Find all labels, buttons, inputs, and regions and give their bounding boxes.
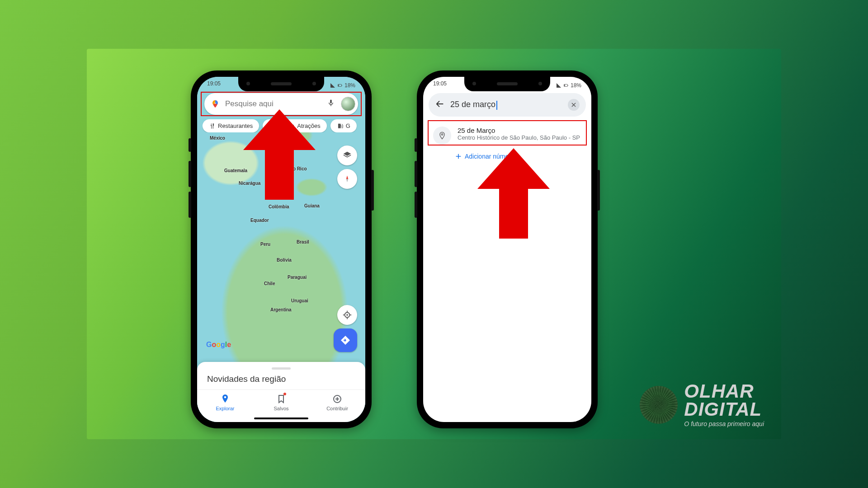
- pin-icon: [220, 394, 231, 404]
- svg-point-13: [224, 396, 226, 399]
- gas-icon: [337, 123, 343, 129]
- map-label: Bolívia: [277, 258, 292, 263]
- compass-icon: [343, 175, 351, 183]
- status-battery: 18%: [344, 82, 355, 89]
- add-number-link[interactable]: Adicionar número: [455, 153, 514, 160]
- tab-label: Contribuir: [326, 406, 348, 411]
- layers-icon: [342, 150, 352, 160]
- svg-rect-18: [567, 85, 568, 86]
- maps-pin-icon: [211, 99, 220, 108]
- plus-icon: [455, 153, 462, 160]
- my-location-button[interactable]: [337, 305, 357, 325]
- map-label: Guiana: [304, 203, 320, 208]
- search-bar[interactable]: Pesquise aqui: [204, 93, 358, 115]
- fork-knife-icon: [209, 123, 215, 129]
- home-indicator: [254, 418, 308, 419]
- brand-logo-icon: [640, 386, 678, 424]
- mic-icon[interactable]: [326, 99, 335, 109]
- side-button: [415, 161, 417, 187]
- side-button: [415, 192, 417, 218]
- side-button: [597, 170, 600, 211]
- chip-partial[interactable]: [263, 119, 278, 132]
- layers-button[interactable]: [337, 145, 357, 165]
- map-label: Porto Rico: [284, 166, 307, 171]
- status-time: 19:05: [433, 80, 447, 90]
- map-label: México: [210, 136, 225, 141]
- camera-icon: [288, 123, 294, 129]
- result-subtitle: Centro Histórico de São Paulo, São Paulo…: [458, 134, 580, 141]
- battery-icon: [563, 83, 569, 88]
- map-label: Peru: [260, 242, 270, 247]
- crosshair-icon: [342, 310, 352, 320]
- tab-bar: Explorar Salvos Contribuir: [197, 389, 365, 417]
- search-result[interactable]: 25 de Março Centro Histórico de São Paul…: [429, 122, 585, 149]
- tab-contribute[interactable]: Contribuir: [309, 390, 365, 417]
- side-button: [189, 192, 191, 218]
- brand-tagline: O futuro passa primeiro aqui: [684, 420, 764, 427]
- svg-point-20: [441, 134, 443, 135]
- chip-gas[interactable]: G: [330, 119, 357, 132]
- signal-icon: [330, 83, 335, 88]
- battery-icon: [337, 83, 343, 88]
- map-label: Uruguai: [291, 298, 308, 303]
- tab-explore[interactable]: Explorar: [197, 390, 253, 417]
- category-chips: Restaurantes Atrações G: [203, 119, 365, 132]
- svg-rect-1: [341, 85, 342, 86]
- signal-icon: [556, 83, 561, 88]
- chip-label: Restaurantes: [218, 122, 253, 129]
- close-icon: [571, 102, 577, 108]
- map-label: Equador: [250, 218, 269, 223]
- avatar[interactable]: [341, 97, 355, 111]
- annotation-arrow-icon: [477, 148, 550, 239]
- back-icon[interactable]: [435, 99, 445, 111]
- sheet-title: Novidades da região: [197, 374, 365, 389]
- map-label: Colômbia: [269, 204, 289, 209]
- map-label: Paraguai: [288, 275, 307, 280]
- plus-circle-icon: [332, 394, 343, 404]
- tab-saved[interactable]: Salvos: [253, 390, 309, 417]
- brand-watermark: OLHARDIGITAL O futuro passa primeiro aqu…: [640, 382, 764, 427]
- svg-point-6: [290, 125, 292, 127]
- canvas: 19:05 18% México Guatemala Nicarágua Por…: [87, 49, 781, 439]
- phone-left: 19:05 18% México Guatemala Nicarágua Por…: [191, 70, 372, 428]
- svg-point-8: [346, 314, 348, 316]
- phone-notch: [238, 77, 324, 91]
- phone-notch: [464, 77, 550, 91]
- compass-button[interactable]: [337, 169, 357, 189]
- side-button: [189, 138, 191, 152]
- bottom-sheet[interactable]: Novidades da região Explorar Salvos: [197, 362, 365, 422]
- chip-restaurants[interactable]: Restaurantes: [203, 119, 259, 132]
- result-title: 25 de Março: [458, 127, 580, 134]
- add-number-label: Adicionar número: [465, 153, 514, 160]
- status-time: 19:05: [207, 80, 221, 90]
- brand-line2: DIGITAL: [684, 399, 762, 420]
- svg-rect-2: [338, 84, 339, 86]
- search-placeholder: Pesquise aqui: [225, 99, 321, 108]
- side-button: [415, 138, 417, 152]
- map-label: Guatemala: [224, 168, 247, 173]
- tab-label: Explorar: [216, 406, 235, 411]
- chip-attractions[interactable]: Atrações: [282, 119, 326, 132]
- drag-handle[interactable]: [272, 367, 291, 370]
- map-label: Brasil: [297, 239, 309, 244]
- svg-rect-4: [330, 100, 331, 103]
- pin-outline-icon: [433, 127, 451, 145]
- hotel-icon: [267, 123, 274, 129]
- map-label: Chile: [264, 281, 275, 286]
- google-watermark: Google: [206, 341, 231, 349]
- notification-dot: [283, 393, 286, 395]
- clear-button[interactable]: [568, 99, 580, 111]
- side-button: [371, 170, 374, 211]
- directions-button[interactable]: [334, 328, 357, 352]
- tab-label: Salvos: [274, 406, 288, 411]
- svg-rect-19: [564, 84, 565, 86]
- directions-icon: [340, 335, 351, 346]
- search-query: 25 de março: [450, 100, 562, 109]
- status-battery: 18%: [571, 82, 581, 89]
- side-button: [189, 161, 191, 187]
- chip-label: G: [346, 122, 350, 129]
- map-label: Argentina: [270, 307, 292, 312]
- search-bar[interactable]: 25 de março: [429, 93, 586, 117]
- map-label: Nicarágua: [239, 181, 260, 186]
- chip-label: Atrações: [297, 122, 320, 129]
